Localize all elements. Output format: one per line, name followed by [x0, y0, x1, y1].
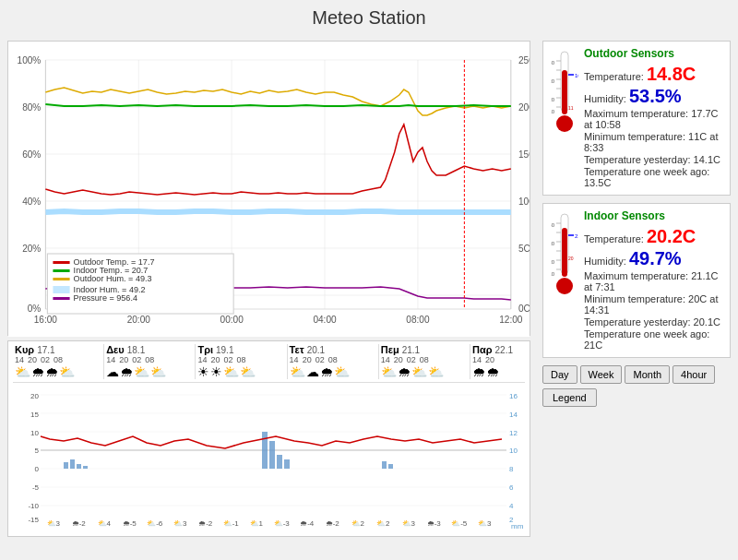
svg-text:100%: 100% — [18, 55, 42, 66]
svg-text:16: 16 — [509, 392, 518, 400]
svg-rect-80 — [562, 70, 567, 114]
svg-text:8: 8 — [509, 465, 514, 473]
indoor-temp-row: Temperature: 20.2C — [584, 226, 722, 247]
svg-rect-72 — [262, 432, 268, 469]
view-buttons: Day Week Month 4hour — [542, 365, 731, 384]
svg-rect-34 — [53, 261, 69, 264]
outdoor-week: Temperature one week ago: 13.5C — [584, 166, 722, 188]
svg-text:0%: 0% — [28, 304, 42, 314]
outdoor-title: Outdoor Sensors — [584, 47, 722, 60]
forecast-day-tet: Τετ 20.1 14200208 ⛅ ☁ 🌧 ⛅ — [288, 344, 379, 379]
svg-text:-10: -10 — [28, 502, 39, 510]
indoor-yesterday: Temperature yesterday: 20.1C — [584, 316, 722, 328]
forecast-section: Κυρ 17.1 14200208 ⛅ 🌧 🌧 ⛅ — [7, 340, 530, 537]
svg-text:15C: 15C — [518, 149, 530, 160]
svg-text:25C: 25C — [518, 55, 530, 66]
svg-text:12: 12 — [509, 429, 518, 437]
outdoor-max-temp: Maximum temperature: 17.7C at 10:58 — [584, 108, 722, 130]
outdoor-thermometer: 40 30 20 10 16 11 — [551, 47, 578, 139]
forecast-day-kyr: Κυρ 17.1 14200208 ⛅ 🌧 🌧 ⛅ — [13, 344, 104, 379]
legend-button-container: Legend — [542, 388, 731, 407]
svg-text:5: 5 — [35, 447, 40, 455]
svg-text:10: 10 — [551, 109, 555, 114]
svg-text:6: 6 — [509, 483, 514, 492]
indoor-hum-row: Humidity: 49.7% — [584, 248, 722, 269]
svg-text:80%: 80% — [22, 102, 41, 113]
svg-text:21: 21 — [575, 233, 578, 239]
outdoor-temp-row: Temperature: 14.8C — [584, 64, 722, 85]
svg-text:10C: 10C — [518, 197, 530, 207]
bar-chart: 20 15 10 5 0 -5 -10 -15 16 14 12 10 8 6 — [13, 386, 525, 533]
svg-text:12:00: 12:00 — [499, 315, 523, 325]
svg-text:16:00: 16:00 — [34, 315, 58, 325]
svg-text:30: 30 — [551, 78, 555, 84]
indoor-sensor-section: 40 30 20 10 21 20 Indoor Sensors Tempera… — [542, 203, 731, 358]
svg-text:10: 10 — [509, 447, 518, 455]
svg-point-81 — [556, 115, 573, 132]
outdoor-yesterday: Temperature yesterday: 14.1C — [584, 154, 722, 165]
outdoor-min-temp: Minimum temperature: 11C at 8:33 — [584, 131, 722, 153]
day-button[interactable]: Day — [542, 365, 577, 384]
forecast-day-deu: Δευ 18.1 14200208 ☁ 🌧 ⛅ ⛅ — [104, 344, 196, 379]
svg-rect-75 — [284, 459, 290, 469]
svg-text:0: 0 — [35, 465, 40, 473]
svg-text:16: 16 — [575, 73, 578, 78]
indoor-min-temp: Minimum temperature: 20C at 14:31 — [584, 293, 722, 316]
day-name-kyr: Κυρ — [15, 344, 34, 355]
svg-rect-68 — [64, 462, 68, 469]
svg-text:00:00: 00:00 — [220, 315, 244, 325]
svg-text:30: 30 — [551, 241, 555, 246]
svg-text:14: 14 — [509, 411, 518, 419]
svg-rect-71 — [83, 466, 88, 469]
svg-text:20%: 20% — [22, 244, 41, 254]
svg-rect-42 — [53, 297, 69, 300]
svg-rect-69 — [70, 459, 75, 469]
week-button[interactable]: Week — [580, 365, 623, 384]
svg-text:08:00: 08:00 — [406, 315, 430, 325]
outdoor-hum-row: Humidity: 53.5% — [584, 86, 722, 107]
svg-rect-76 — [382, 461, 387, 469]
forecast-day-par: Παρ 22.1 1420 🌧 🌧 — [470, 344, 525, 379]
forecast-day-pem: Πεμ 21.1 14200208 ⛅ 🌧 ⛅ ⛅ — [379, 344, 470, 379]
svg-text:40: 40 — [551, 222, 555, 228]
svg-text:10: 10 — [551, 271, 555, 277]
svg-rect-70 — [77, 464, 81, 469]
svg-rect-74 — [277, 455, 282, 469]
svg-rect-44 — [13, 386, 525, 533]
svg-text:-5: -5 — [32, 483, 40, 492]
svg-rect-96 — [562, 228, 567, 277]
indoor-title: Indoor Sensors — [584, 209, 722, 222]
svg-rect-77 — [388, 464, 393, 469]
day-date-kyr: 17.1 — [37, 345, 54, 355]
svg-text:11: 11 — [568, 105, 574, 111]
svg-point-97 — [556, 278, 573, 294]
svg-text:Outdoor Hum. = 49.3: Outdoor Hum. = 49.3 — [74, 274, 152, 283]
month-button[interactable]: Month — [625, 365, 670, 384]
sensors-panel: 40 30 20 10 16 11 Outdoor Sensors Temper… — [535, 36, 738, 542]
svg-text:20: 20 — [551, 97, 555, 102]
svg-text:20: 20 — [568, 256, 574, 261]
svg-text:20: 20 — [551, 259, 555, 265]
svg-text:04:00: 04:00 — [313, 315, 337, 325]
svg-text:40%: 40% — [22, 197, 41, 207]
svg-text:20:00: 20:00 — [127, 315, 151, 325]
svg-rect-38 — [53, 278, 69, 280]
svg-text:40: 40 — [551, 60, 555, 66]
main-chart: 100% 80% 60% 40% 20% 0% 25C 20C 15C 10C … — [7, 41, 530, 336]
outdoor-sensor-section: 40 30 20 10 16 11 Outdoor Sensors Temper… — [542, 41, 731, 196]
svg-rect-40 — [53, 286, 69, 293]
svg-rect-36 — [53, 269, 69, 272]
indoor-max-temp: Maximum temperature: 21.1C at 7:31 — [584, 270, 722, 292]
svg-text:5C: 5C — [518, 244, 530, 254]
svg-rect-73 — [269, 441, 275, 469]
page-title: Meteo Station — [0, 0, 738, 36]
svg-text:20C: 20C — [518, 102, 530, 113]
svg-text:0C: 0C — [518, 304, 530, 314]
indoor-week: Temperature one week ago: 21C — [584, 328, 722, 351]
indoor-thermometer: 40 30 20 10 21 20 — [551, 209, 578, 302]
four-hour-button[interactable]: 4hour — [673, 365, 715, 384]
svg-text:20: 20 — [30, 392, 39, 400]
svg-text:Pressure = 956.4: Pressure = 956.4 — [74, 293, 137, 303]
svg-text:10: 10 — [30, 429, 39, 437]
legend-button[interactable]: Legend — [542, 388, 597, 407]
